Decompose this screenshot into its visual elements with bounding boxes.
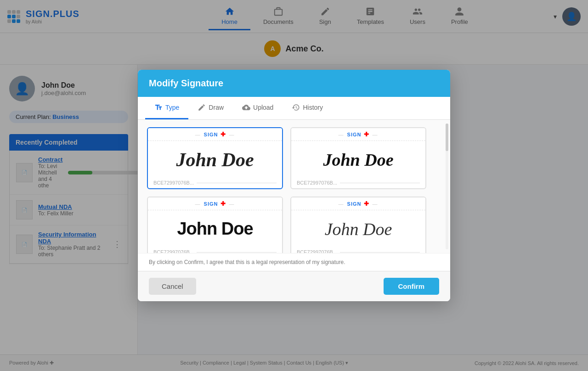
sig-card-3-footer: BCE72997076B... [148,247,282,253]
sig-name-4: John Doe [325,219,392,239]
modal-header: Modify Signature [138,70,450,97]
sig-hash-4: BCE72997076B... [297,249,337,253]
modal-tabs: Type Draw Upload History [138,97,450,120]
sig-card-3-name-area: John Doe [148,210,282,247]
sig-card-2-footer: BCE72997076B... [291,178,425,188]
tab-history[interactable]: History [283,97,332,119]
sig-card-3-header: — SIGN✚ — [148,197,282,210]
signature-grid: — SIGN✚ — John Doe BCE72997076B... — SIG… [138,120,450,253]
tab-type[interactable]: Type [145,97,188,119]
modal-footer: Cancel Confirm [138,271,450,301]
tab-type-label: Type [165,104,179,111]
modify-signature-modal: Modify Signature Type Draw Upload Histor… [138,70,450,301]
signature-card-1[interactable]: — SIGN✚ — John Doe BCE72997076B... [147,127,283,189]
tab-history-label: History [303,104,323,111]
tab-upload[interactable]: Upload [233,97,283,119]
sig-hash-3: BCE72997076B... [153,249,194,253]
sig-name-1: John Doe [176,149,254,171]
sig-name-2: John Doe [323,150,393,170]
signature-scroll-area: — SIGN✚ — John Doe BCE72997076B... — SIG… [138,120,450,253]
sig-card-4-name-area: John Doe [291,210,425,247]
scrollbar-thumb[interactable] [446,124,448,151]
tab-draw[interactable]: Draw [188,97,233,119]
signature-card-4[interactable]: — SIGN✚ — John Doe BCE72997076B... [290,197,426,253]
sig-card-1-name-area: John Doe [148,141,282,178]
sig-card-1-header: — SIGN✚ — [148,128,282,141]
confirm-button[interactable]: Confirm [384,278,440,295]
tab-draw-label: Draw [209,104,224,111]
tab-upload-label: Upload [253,104,273,111]
signature-card-2[interactable]: — SIGN✚ — John Doe BCE72997076B... [290,127,426,189]
modal-title: Modify Signature [149,78,223,88]
scrollbar-track [446,124,448,249]
sig-hash-2: BCE72997076B... [297,180,337,186]
sig-name-3: John Doe [177,219,253,239]
signature-card-3[interactable]: — SIGN✚ — John Doe BCE72997076B... [147,197,283,253]
sig-card-1-footer: BCE72997076B... [148,178,282,188]
sig-card-4-header: — SIGN✚ — [291,197,425,210]
sig-hash-1: BCE72997076B... [153,180,194,186]
sig-card-2-name-area: John Doe [291,141,425,178]
modal-legal-text: By clicking on Confirm, I agree that thi… [138,253,450,271]
sig-card-2-header: — SIGN✚ — [291,128,425,141]
legal-text-content: By clicking on Confirm, I agree that thi… [149,259,345,265]
sig-card-4-footer: BCE72997076B... [291,247,425,253]
cancel-button[interactable]: Cancel [149,278,196,295]
